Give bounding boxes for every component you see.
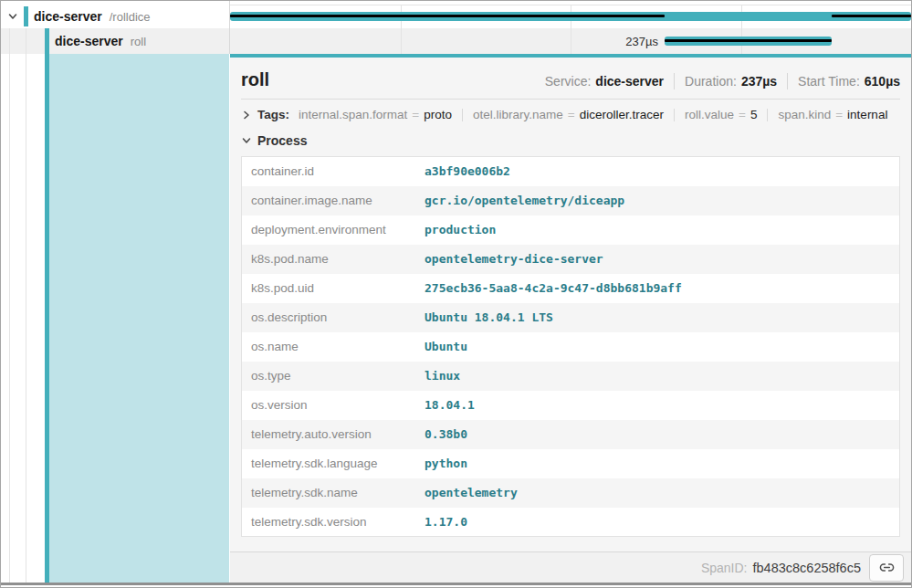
process-value: 1.17.0 <box>415 508 900 537</box>
tag-key: otel.library.name <box>473 108 563 121</box>
tags-items: internal.span.format=protootel.library.n… <box>299 108 887 121</box>
span-detail-footer: SpanID: fb483c8c6258f6c5 <box>230 551 911 583</box>
process-value: opentelemetry-dice-server <box>415 245 900 274</box>
critical-path-segment <box>832 15 911 17</box>
process-value: production <box>415 215 900 245</box>
meta-value: 610µs <box>865 74 900 89</box>
tag-equals: = <box>739 108 746 121</box>
critical-path-segment <box>665 39 833 42</box>
tag-equals: = <box>412 108 419 121</box>
process-value: Ubuntu <box>415 332 900 362</box>
span-timeline-cell[interactable] <box>230 5 911 28</box>
indent-guide-line <box>9 28 10 583</box>
table-row: deployment.environmentproduction <box>242 215 900 245</box>
jaeger-trace-detail-window: dice-server /rolldice dice-server roll 2… <box>0 0 912 588</box>
span-row-child-selected[interactable]: dice-server roll 237µs <box>1 28 911 54</box>
process-value: 275ecb36-5aa8-4c2a-9c47-d8bb681b9aff <box>415 274 900 303</box>
process-section-header[interactable]: Process <box>241 133 900 148</box>
table-row: telemetry.sdk.languagepython <box>242 449 900 478</box>
process-key: telemetry.sdk.name <box>242 478 416 508</box>
table-row: container.ida3bf90e006b2 <box>242 157 900 186</box>
process-value: 18.04.1 <box>415 391 900 420</box>
table-row: telemetry.sdk.version1.17.0 <box>242 508 900 537</box>
tag-equals: = <box>568 108 575 121</box>
name-column-divider <box>229 1 230 54</box>
process-key: k8s.pod.name <box>242 245 416 274</box>
span-duration-label: 237µs <box>625 28 665 54</box>
critical-path-segment <box>230 15 665 17</box>
process-key-value-table: container.ida3bf90e006b2container.image.… <box>241 156 900 537</box>
detail-row-bottom-border <box>1 583 911 585</box>
span-color-bar <box>24 6 28 26</box>
meta-value: 237µs <box>741 74 777 89</box>
meta-divider <box>787 73 788 89</box>
tag-key: roll.value <box>685 108 734 121</box>
process-key: container.id <box>242 157 416 186</box>
tag-key: internal.span.format <box>299 108 407 121</box>
link-icon <box>879 560 895 575</box>
process-key: os.version <box>242 391 416 420</box>
span-title: roll <box>241 69 269 90</box>
service-name: dice-server <box>34 9 102 24</box>
table-row: os.descriptionUbuntu 18.04.1 LTS <box>242 303 900 332</box>
chevron-right-icon <box>241 110 252 121</box>
span-detail-header: roll Service:dice-serverDuration:237µsSt… <box>241 58 900 100</box>
span-timeline-cell[interactable]: 237µs <box>230 28 911 54</box>
process-key: os.name <box>242 332 416 362</box>
meta-label: Service: <box>545 74 592 89</box>
tag-divider <box>767 109 768 121</box>
table-row: telemetry.sdk.nameopentelemetry <box>242 478 900 508</box>
tags-summary-row[interactable]: Tags: internal.span.format=protootel.lib… <box>241 108 900 121</box>
table-row: k8s.pod.nameopentelemetry-dice-server <box>242 245 900 274</box>
process-key: k8s.pod.uid <box>242 274 416 303</box>
process-key: telemetry.auto.version <box>242 420 416 449</box>
table-row: os.nameUbuntu <box>242 332 900 362</box>
spanid-label: SpanID: <box>701 561 748 575</box>
meta-label: Duration: <box>685 74 737 89</box>
span-name-cell[interactable]: dice-server /rolldice <box>1 5 229 28</box>
process-key: os.description <box>242 303 416 332</box>
table-row: container.image.namegcr.io/opentelemetry… <box>242 186 900 215</box>
process-value: linux <box>415 362 900 391</box>
chevron-down-icon <box>241 135 252 146</box>
tag-value: proto <box>424 108 452 121</box>
process-value: opentelemetry <box>415 478 900 508</box>
process-value: gcr.io/opentelemetry/diceapp <box>415 186 900 215</box>
process-table-body: container.ida3bf90e006b2container.image.… <box>242 157 900 537</box>
tag-value: 5 <box>750 108 758 121</box>
meta-divider <box>674 73 675 89</box>
tag-value: internal <box>847 108 887 121</box>
service-name: dice-server <box>55 34 123 48</box>
spanid-value: fb483c8c6258f6c5 <box>752 561 861 575</box>
operation-name: roll <box>131 35 146 48</box>
collapse-children-button[interactable] <box>6 10 19 23</box>
span-row-parent[interactable]: dice-server /rolldice <box>1 5 911 28</box>
tag-divider <box>674 109 675 121</box>
process-value: 0.38b0 <box>415 420 900 449</box>
process-key: container.image.name <box>242 186 416 215</box>
process-key: deployment.environment <box>242 215 416 245</box>
meta-label: Start Time: <box>798 74 860 89</box>
table-row: k8s.pod.uid275ecb36-5aa8-4c2a-9c47-d8bb6… <box>242 274 900 303</box>
table-row: os.version18.04.1 <box>242 391 900 420</box>
selected-span-color-bar <box>45 28 49 583</box>
span-meta: Service:dice-serverDuration:237µsStart T… <box>545 73 900 89</box>
indent-guide-line <box>26 28 26 583</box>
process-key: telemetry.sdk.version <box>242 508 416 537</box>
span-detail-panel: roll Service:dice-serverDuration:237µsSt… <box>230 54 911 583</box>
table-row: os.typelinux <box>242 362 900 391</box>
deep-link-button[interactable] <box>869 554 904 582</box>
table-row: telemetry.auto.version0.38b0 <box>242 420 900 449</box>
tag-equals: = <box>835 108 843 121</box>
process-key: telemetry.sdk.language <box>242 449 416 478</box>
process-label: Process <box>257 133 307 148</box>
process-value: Ubuntu 18.04.1 LTS <box>415 303 900 332</box>
tag-divider <box>462 109 463 121</box>
chevron-down-icon <box>7 11 18 22</box>
detail-row-highlight <box>49 54 229 583</box>
process-value: python <box>415 449 900 478</box>
meta-value: dice-server <box>595 74 664 89</box>
tags-label: Tags: <box>257 108 289 121</box>
process-value: a3bf90e006b2 <box>415 157 900 186</box>
span-name-cell[interactable]: dice-server roll <box>1 28 229 54</box>
